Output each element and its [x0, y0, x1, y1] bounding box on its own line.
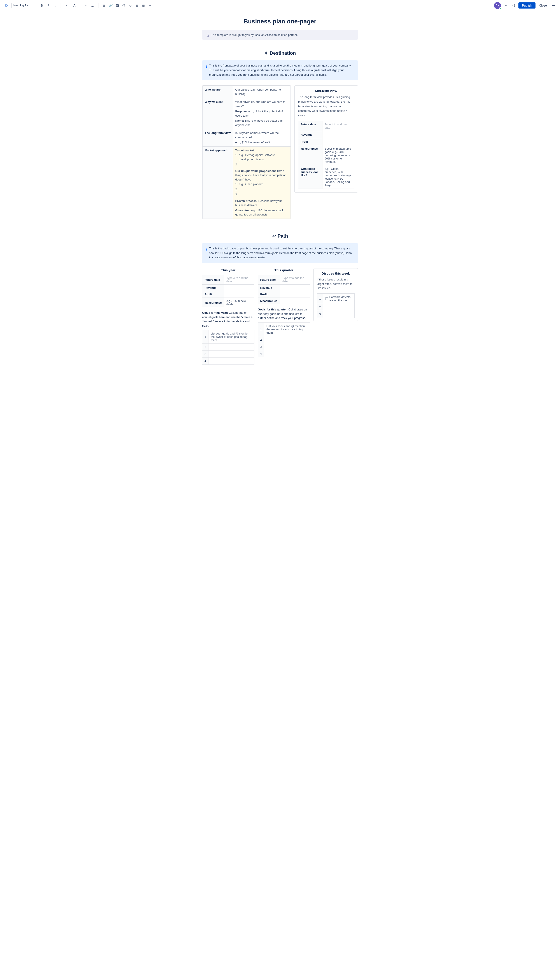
- table-row: Profit: [202, 291, 254, 298]
- quarter-goals-bold: Goals for this quarter:: [258, 308, 288, 311]
- year-value-measurables[interactable]: e.g., 5,500 new deals: [224, 298, 254, 307]
- table-value-longterm[interactable]: In 10 years or more, where will the comp…: [233, 129, 291, 147]
- year-label-date[interactable]: Future date: [202, 275, 224, 285]
- close-button[interactable]: Close: [537, 3, 549, 8]
- issue-text-1: Software defects are on the rise: [329, 295, 352, 302]
- table-button[interactable]: ⊞: [134, 2, 140, 8]
- template-icon: ⬚: [206, 33, 209, 37]
- media-button[interactable]: ⊞: [101, 2, 107, 8]
- table-label-who[interactable]: Who we are: [203, 86, 233, 98]
- proposition-item-1: 1.e.g., Open platform: [235, 182, 288, 187]
- more-insert-button[interactable]: +: [147, 2, 153, 8]
- year-goal-val-1[interactable]: List your goals and @ mention the owner …: [208, 330, 254, 344]
- mid-term-value-success[interactable]: e.g., Global presence, with resources in…: [322, 165, 354, 189]
- year-value-revenue[interactable]: [224, 285, 254, 291]
- logo-icon[interactable]: [3, 2, 10, 8]
- longterm-line2: e.g., $10M in revenue/profit: [235, 140, 288, 145]
- year-goal-val-3[interactable]: [208, 351, 254, 358]
- table-row: Future date Type // to add the date: [202, 275, 254, 285]
- image-button[interactable]: 🖼: [114, 2, 120, 8]
- quarter-label-date[interactable]: Future date: [258, 275, 280, 285]
- quarter-label-measurables[interactable]: Measurables: [258, 298, 280, 304]
- table-row: 2: [202, 344, 254, 351]
- table-row: 3: [258, 343, 310, 350]
- quarter-goals-table: 1 List your rocks and @ mention the owne…: [258, 323, 310, 357]
- table-label-market[interactable]: Market approach: [203, 146, 233, 219]
- heading-select[interactable]: Heading 2 ▾: [11, 3, 33, 8]
- quarter-label-revenue[interactable]: Revenue: [258, 285, 280, 291]
- mid-term-label-revenue[interactable]: Revenue: [298, 131, 322, 138]
- quarter-goal-val-2[interactable]: [264, 336, 310, 343]
- year-label-measurables[interactable]: Measurables: [202, 298, 224, 307]
- quarter-value-profit[interactable]: [280, 291, 310, 298]
- table-label-why[interactable]: Why we exist: [203, 98, 233, 129]
- columns-button[interactable]: ⊟: [141, 2, 147, 8]
- destination-main-table: Who we are Our values (e.g., Open compan…: [202, 85, 291, 219]
- quarter-goal-val-4[interactable]: [264, 350, 310, 357]
- table-row: Profit: [258, 291, 310, 298]
- separator-3: [80, 3, 80, 8]
- publish-button[interactable]: Publish: [518, 2, 536, 8]
- year-label-revenue[interactable]: Revenue: [202, 285, 224, 291]
- quarter-value-date[interactable]: Type // to add the date: [280, 275, 310, 285]
- year-label-profit[interactable]: Profit: [202, 291, 224, 298]
- quarter-value-measurables[interactable]: [280, 298, 310, 304]
- mid-term-label-date[interactable]: Future date: [298, 121, 322, 131]
- issue-val-1[interactable]: Software defects are on the rise: [323, 293, 355, 304]
- issue-checkbox-1[interactable]: [325, 297, 328, 300]
- italic-button[interactable]: I: [45, 2, 51, 8]
- numbered-list-button[interactable]: 1.: [90, 2, 96, 8]
- discuss-box: Discuss this week If these issues result…: [314, 268, 358, 321]
- year-goal-val-4[interactable]: [208, 358, 254, 365]
- mid-term-label-measurables[interactable]: Measurables: [298, 145, 322, 165]
- market-target-title: Target market:: [235, 148, 288, 153]
- more-options-button[interactable]: •••: [550, 2, 557, 8]
- mid-term-value-revenue[interactable]: [322, 131, 354, 138]
- mid-term-value-date[interactable]: Type // to add the date: [322, 121, 354, 131]
- quarter-goal-num-2: 2: [258, 336, 264, 343]
- align-button[interactable]: ≡: [64, 2, 70, 8]
- insert-group: ⊞ 🔗 🖼 @ ☺ ⊞ ⊟ +: [101, 2, 153, 8]
- year-value-profit[interactable]: [224, 291, 254, 298]
- year-value-date[interactable]: Type // to add the date: [224, 275, 254, 285]
- quarter-goal-num-4: 4: [258, 350, 264, 357]
- path-info-icon: ℹ: [206, 246, 207, 260]
- bold-button[interactable]: B: [39, 2, 45, 8]
- table-value-why[interactable]: What drives us, and who are we here to s…: [233, 98, 291, 129]
- table-value-who[interactable]: Our values (e.g., Open company, no bulls…: [233, 86, 291, 98]
- mid-term-value-profit[interactable]: [322, 138, 354, 145]
- issue-val-2[interactable]: [323, 304, 355, 310]
- mention-button[interactable]: @: [121, 2, 127, 8]
- this-quarter-table: Future date Type // to add the date Reve…: [258, 275, 310, 304]
- mid-term-label-profit[interactable]: Profit: [298, 138, 322, 145]
- share-button[interactable]: [510, 2, 517, 8]
- destination-layout: Who we are Our values (e.g., Open compan…: [202, 85, 358, 219]
- bullet-list-button[interactable]: •: [83, 2, 89, 8]
- mid-term-title: Mid-term view: [298, 89, 354, 93]
- more-format-button[interactable]: ...: [52, 2, 58, 8]
- table-label-longterm[interactable]: The long-term view: [203, 129, 233, 147]
- info-icon: ℹ: [206, 64, 207, 77]
- quarter-label-profit[interactable]: Profit: [258, 291, 280, 298]
- year-goals-text: Goals for this year: Collaborate on annu…: [202, 310, 254, 328]
- link-button[interactable]: 🔗: [108, 2, 114, 8]
- quarter-goal-val-1[interactable]: List your rocks and @ mention the owner …: [264, 323, 310, 336]
- text-color-button[interactable]: A: [71, 2, 77, 8]
- proposition-item-2: 2.: [235, 187, 288, 192]
- issue-val-3[interactable]: [323, 310, 355, 318]
- path-heading: ↩ Path: [202, 233, 358, 239]
- page-title[interactable]: Business plan one-pager: [202, 18, 358, 25]
- quarter-value-revenue[interactable]: [280, 285, 310, 291]
- destination-callout: ℹ This is the front page of your busines…: [202, 61, 358, 80]
- quarter-goal-val-3[interactable]: [264, 343, 310, 350]
- year-goal-val-2[interactable]: [208, 344, 254, 351]
- mid-term-label-success[interactable]: What does success look like?: [298, 165, 322, 189]
- emoji-button[interactable]: ☺: [127, 2, 133, 8]
- issue-table: 1 Software defects are on the rise 2: [317, 293, 355, 318]
- quarter-goal-num-1: 1: [258, 323, 264, 336]
- add-collaborator-button[interactable]: +: [503, 2, 509, 8]
- guarantee-text: Guarantee: e.g., 180 day money back guar…: [235, 208, 288, 217]
- table-value-market[interactable]: Target market: 1.e.g., Demographic: Soft…: [233, 146, 291, 219]
- user-avatar-button[interactable]: CK: [494, 2, 501, 9]
- mid-term-value-measurables[interactable]: Specific, measurable goals e.g., 50% rec…: [322, 145, 354, 165]
